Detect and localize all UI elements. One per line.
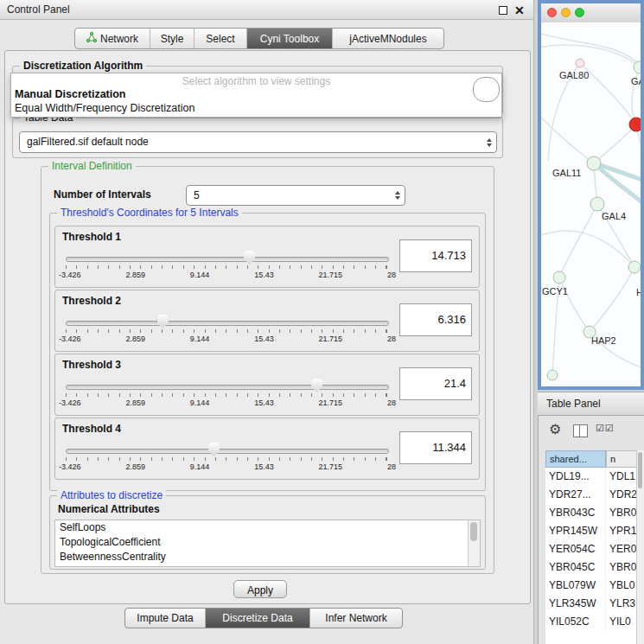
zoom-traffic-light-icon[interactable]: [575, 8, 584, 17]
threshold-3-slider[interactable]: -3.426 2.859 9.144 15.43 21.715 28: [66, 379, 387, 410]
table-row[interactable]: YLR345WYLR3: [545, 595, 644, 613]
table-row[interactable]: YDR27...YDR2: [545, 486, 644, 504]
tab-discretize-data[interactable]: Discretize Data: [205, 609, 309, 628]
network-node[interactable]: [628, 261, 641, 273]
slider-thumb[interactable]: [244, 251, 255, 265]
network-window-titlebar[interactable]: [541, 3, 641, 23]
column-header-shared-name[interactable]: shared...: [545, 450, 606, 468]
cell[interactable]: YBL079W: [545, 577, 606, 595]
threshold-1-slider[interactable]: -3.426 2.859 9.144 15.43 21.715 28: [66, 251, 387, 282]
network-node[interactable]: [590, 197, 604, 211]
slider-thumb[interactable]: [157, 315, 169, 328]
checkbox-icon[interactable]: ☑☑: [596, 423, 615, 434]
stepper-icon[interactable]: [487, 138, 492, 147]
control-panel-titlebar[interactable]: Control Panel ✕: [0, 0, 533, 20]
threshold-2-slider[interactable]: -3.426 2.859 9.144 15.43 21.715 28: [66, 315, 387, 346]
algorithm-group-title: Discretization Algorithm: [20, 60, 146, 73]
control-panel-window: Control Panel ✕ Network Style Select Cyn…: [0, 0, 534, 644]
list-item[interactable]: TopologicalCoefficient: [55, 535, 480, 550]
num-intervals-combobox[interactable]: 5: [186, 185, 405, 206]
threshold-4-value[interactable]: 11.344: [399, 431, 472, 464]
tab-network[interactable]: Network: [75, 29, 150, 48]
dropdown-item-equal-width-frequency[interactable]: Equal Width/Frequency Discretization: [15, 102, 194, 114]
minimize-icon[interactable]: [499, 6, 507, 15]
network-node[interactable]: [576, 59, 584, 67]
tab-cyni-toolbox[interactable]: Cyni Toolbox: [246, 29, 332, 48]
tab-impute-data[interactable]: Impute Data: [125, 609, 205, 628]
network-node[interactable]: [553, 271, 565, 284]
close-traffic-light-icon[interactable]: [547, 8, 557, 17]
scale-label: 2.859: [125, 462, 145, 471]
slider-track[interactable]: [66, 449, 389, 454]
tab-jactivemnodules[interactable]: jActiveMNodules: [332, 29, 443, 48]
algorithm-dropdown-popup: Select algorithm to view settings Manual…: [10, 73, 502, 118]
table-row[interactable]: YIL052CYIL0: [545, 613, 644, 631]
stepper-icon[interactable]: [395, 191, 400, 200]
slider-ticks: [66, 393, 387, 397]
table-row[interactable]: YBL079WYBL0: [545, 577, 644, 595]
cell[interactable]: YPR145W: [545, 522, 606, 540]
algorithm-combobox-edge[interactable]: [473, 77, 500, 102]
cell[interactable]: YLR345W: [545, 595, 606, 613]
table-row[interactable]: YPR145WYPR1: [545, 522, 644, 540]
threshold-2-value[interactable]: 6.316: [399, 303, 472, 336]
node-label: GAL4: [602, 211, 626, 221]
network-node[interactable]: [587, 156, 601, 170]
gear-icon[interactable]: ⚙: [549, 421, 561, 437]
network-graph: [541, 22, 641, 386]
table-row[interactable]: YBR043CYBR0: [545, 504, 644, 522]
table-panel-header[interactable]: Table Panel: [538, 392, 644, 416]
threshold-3-value[interactable]: 21.4: [399, 367, 472, 400]
slider-thumb[interactable]: [208, 443, 220, 456]
columns-icon[interactable]: [573, 424, 588, 437]
cell[interactable]: YIL052C: [545, 613, 606, 631]
cell[interactable]: YDR27...: [545, 486, 606, 504]
network-canvas[interactable]: GAL80 GA GAL11 GAL4 GCY1 H HAP2: [541, 22, 641, 386]
close-icon[interactable]: ✕: [514, 2, 525, 19]
slider-ticks: [66, 457, 387, 461]
tab-infer-network[interactable]: Infer Network: [309, 609, 402, 628]
table-row[interactable]: YER054CYER0: [545, 540, 644, 558]
interval-definition-title: Interval Definition: [48, 160, 136, 173]
slider-track[interactable]: [66, 321, 389, 326]
list-item[interactable]: SelfLoops: [55, 520, 480, 535]
threshold-1-label: Threshold 1: [62, 231, 121, 243]
cell[interactable]: YBR045C: [545, 558, 606, 577]
list-item[interactable]: BetweennessCentrality: [55, 550, 480, 564]
slider-thumb[interactable]: [311, 379, 322, 392]
dropdown-item-manual-discretization[interactable]: Manual Discretization: [15, 88, 126, 100]
cell[interactable]: YBR043C: [545, 504, 606, 522]
cell[interactable]: YER054C: [545, 540, 606, 558]
scrollbar-thumb[interactable]: [470, 522, 477, 541]
cell[interactable]: YDL19...: [545, 468, 606, 486]
scale-label: 2.859: [125, 335, 145, 343]
table-data-combobox[interactable]: galFiltered.sif default node: [19, 131, 497, 153]
threshold-1-value[interactable]: 14.713: [399, 239, 472, 272]
dropdown-hint: Select algorithm to view settings: [11, 75, 501, 87]
list-scrollbar[interactable]: [468, 520, 480, 566]
table-row[interactable]: YBR045CYBR0: [545, 558, 644, 577]
tab-select[interactable]: Select: [194, 29, 246, 48]
numerical-attributes-list[interactable]: SelfLoops TopologicalCoefficient Between…: [54, 520, 481, 567]
scale-label: 9.144: [190, 399, 210, 407]
table-toolbar: ⚙ ☑☑: [539, 419, 644, 443]
minimize-traffic-light-icon[interactable]: [561, 8, 571, 17]
network-node[interactable]: [547, 370, 558, 380]
table-row[interactable]: YDL19...YDL1: [545, 468, 644, 486]
tab-style[interactable]: Style: [150, 29, 194, 48]
scale-label: 2.859: [125, 271, 145, 279]
network-node-selected[interactable]: [629, 118, 641, 131]
scale-label: 21.715: [319, 271, 343, 279]
slider-track[interactable]: [66, 385, 389, 390]
attributes-group-title: Attributes to discretize: [57, 489, 166, 502]
num-intervals-value: 5: [194, 186, 200, 205]
tab-cyni-toolbox-label: Cyni Toolbox: [260, 33, 319, 45]
apply-button[interactable]: Apply: [233, 580, 287, 598]
scrollbar-thumb[interactable]: [638, 452, 642, 488]
threshold-4-slider[interactable]: -3.426 2.859 9.144 15.43 21.715 28: [66, 443, 387, 474]
network-view-window: GAL80 GA GAL11 GAL4 GCY1 H HAP2: [538, 0, 644, 390]
slider-track[interactable]: [66, 257, 389, 262]
table-scrollbar[interactable]: [636, 450, 644, 644]
scale-label: 15.43: [254, 399, 274, 407]
threshold-3-label: Threshold 3: [62, 359, 121, 371]
